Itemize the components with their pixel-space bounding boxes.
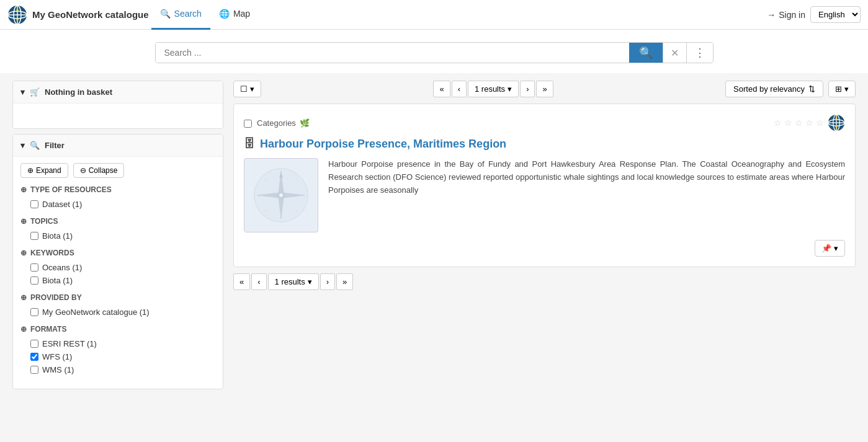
card-title[interactable]: 🗄 Harbour Porpoise Presence, Maritimes R… [244, 138, 845, 151]
result-card: Categories 🌿 ☆ ☆ ☆ ☆ ☆ [233, 104, 856, 267]
next-page-bottom-button[interactable]: › [320, 273, 335, 290]
sort-icon: ⇅ [808, 84, 815, 94]
first-page-bottom-button[interactable]: « [233, 273, 250, 290]
filter-item-biota-keywords: Biota (1) [20, 274, 215, 287]
dataset-label[interactable]: Dataset (1) [42, 200, 82, 209]
prev-page-bottom-button[interactable]: ‹ [251, 273, 266, 290]
sign-in-label: Sign in [779, 10, 805, 20]
main-layout: ▾ 🛒 Nothing in basket ▾ 🔍 Filter ⊕ Expan… [0, 73, 868, 397]
last-page-bottom-button[interactable]: » [336, 273, 353, 290]
basket-cart-icon: 🛒 [30, 87, 40, 97]
card-footer: 📌 ▾ [244, 240, 845, 257]
search-bar-wrapper: 🔍 ✕ ⋮ [0, 30, 868, 73]
pagination-bottom: « ‹ 1 results ▾ › » [233, 273, 353, 290]
page-count-button[interactable]: 1 results ▾ [468, 81, 519, 97]
search-clear-button[interactable]: ✕ [663, 43, 686, 63]
search-more-button[interactable]: ⋮ [686, 43, 713, 63]
filter-search-icon: 🔍 [30, 141, 40, 150]
results-toolbar-top: ☐ ▾ « ‹ 1 results ▾ › » Sorted by releva… [233, 81, 856, 97]
svg-point-21 [279, 193, 282, 197]
filter-section-formats: ⊕ FORMATS ESRI REST (1) WFS (1) WMS (1) [20, 325, 215, 376]
nav-map-btn[interactable]: 🌐 Map [210, 0, 259, 30]
filter-panel: ▾ 🔍 Filter ⊕ Expand ⊖ Collapse [12, 134, 223, 389]
svg-point-24 [258, 195, 260, 197]
expand-icon: ⊕ [27, 166, 34, 175]
collapse-button[interactable]: ⊖ Collapse [73, 163, 125, 178]
sign-in-icon: → [767, 10, 776, 20]
biota-topics-label[interactable]: Biota (1) [42, 231, 73, 241]
biota-topics-checkbox[interactable] [30, 232, 38, 240]
filter-section-provided-title[interactable]: ⊕ PROVIDED BY [20, 293, 215, 302]
pin-chevron-icon: ▾ [834, 244, 838, 253]
next-page-button[interactable]: › [520, 81, 535, 97]
language-select[interactable]: English French [810, 6, 861, 23]
pin-icon: 📌 [821, 244, 831, 253]
oceans-checkbox[interactable] [30, 263, 38, 272]
filter-item-wfs: WFS (1) [20, 350, 215, 363]
dataset-checkbox[interactable] [30, 200, 38, 208]
esri-rest-label[interactable]: ESRI REST (1) [42, 339, 97, 348]
grid-icon: ⊞ [835, 84, 842, 94]
wfs-label[interactable]: WFS (1) [42, 352, 72, 361]
brand-name: My GeoNetwork catalogue [32, 9, 149, 20]
filter-section-type-title[interactable]: ⊕ TYPE OF RESOURCES [20, 185, 215, 194]
oceans-label[interactable]: Oceans (1) [42, 263, 82, 272]
filter-section-type-of-resources: ⊕ TYPE OF RESOURCES Dataset (1) [20, 185, 215, 211]
biota-keywords-label[interactable]: Biota (1) [42, 276, 73, 285]
wms-checkbox[interactable] [30, 366, 38, 374]
prev-page-button[interactable]: ‹ [452, 81, 467, 97]
close-icon: ✕ [671, 47, 679, 59]
star-4[interactable]: ☆ [805, 118, 813, 128]
search-input[interactable] [156, 43, 629, 63]
nav-search-label: Search [174, 9, 202, 19]
search-submit-button[interactable]: 🔍 [629, 43, 663, 63]
filter-section-topics-title[interactable]: ⊕ TOPICS [20, 217, 215, 226]
svg-point-25 [303, 195, 305, 197]
star-5[interactable]: ☆ [816, 118, 824, 128]
svg-point-27 [296, 179, 297, 180]
wms-label[interactable]: WMS (1) [42, 365, 74, 374]
filter-header[interactable]: ▾ 🔍 Filter [13, 135, 223, 157]
plus-keywords-icon: ⊕ [20, 249, 27, 257]
wfs-checkbox[interactable] [30, 353, 38, 361]
search-nav-icon: 🔍 [160, 9, 171, 19]
page-count-bottom-button[interactable]: 1 results ▾ [268, 273, 319, 290]
filter-section-formats-title[interactable]: ⊕ FORMATS [20, 325, 215, 334]
svg-point-28 [265, 210, 266, 211]
brand-logo-link[interactable]: My GeoNetwork catalogue [7, 5, 149, 25]
geonetwork-label[interactable]: My GeoNetwork catalogue (1) [42, 307, 150, 317]
results-toolbar-bottom: « ‹ 1 results ▾ › » [233, 273, 856, 290]
first-page-button[interactable]: « [433, 81, 450, 97]
star-1[interactable]: ☆ [774, 118, 782, 128]
esri-rest-checkbox[interactable] [30, 340, 38, 348]
plus-icon: ⊕ [20, 185, 27, 194]
last-page-button[interactable]: » [536, 81, 553, 97]
star-3[interactable]: ☆ [795, 118, 803, 128]
basket-label: Nothing in basket [45, 87, 112, 97]
filter-item-geonetwork: My GeoNetwork catalogue (1) [20, 306, 215, 319]
more-icon: ⋮ [694, 46, 705, 60]
sort-button[interactable]: Sorted by relevancy ⇅ [725, 81, 823, 97]
expand-label: Expand [36, 166, 61, 175]
database-icon: 🗄 [244, 138, 255, 151]
results-area: ☐ ▾ « ‹ 1 results ▾ › » Sorted by releva… [233, 81, 856, 389]
card-select-checkbox[interactable] [244, 120, 252, 128]
chevron-down-filter-icon: ▾ [20, 141, 25, 150]
view-toggle-button[interactable]: ⊞ ▾ [828, 81, 856, 97]
compass-rose-icon [253, 167, 309, 223]
chevron-view-icon: ▾ [844, 84, 849, 94]
filter-section-provided-by: ⊕ PROVIDED BY My GeoNetwork catalogue (1… [20, 293, 215, 319]
expand-button[interactable]: ⊕ Expand [20, 163, 68, 178]
biota-keywords-checkbox[interactable] [30, 276, 38, 285]
sign-in-button[interactable]: → Sign in [767, 10, 805, 20]
nav-search-btn[interactable]: 🔍 Search [151, 0, 210, 30]
collapse-icon: ⊖ [80, 166, 86, 175]
star-2[interactable]: ☆ [784, 118, 792, 128]
plus-provided-icon: ⊕ [20, 293, 27, 302]
select-all-button[interactable]: ☐ ▾ [233, 81, 261, 97]
pin-button[interactable]: 📌 ▾ [815, 240, 845, 257]
filter-actions: ⊕ Expand ⊖ Collapse [20, 163, 215, 178]
filter-section-keywords-title[interactable]: ⊕ KEYWORDS [20, 249, 215, 257]
geonetwork-checkbox[interactable] [30, 308, 38, 316]
basket-header[interactable]: ▾ 🛒 Nothing in basket [13, 81, 223, 104]
